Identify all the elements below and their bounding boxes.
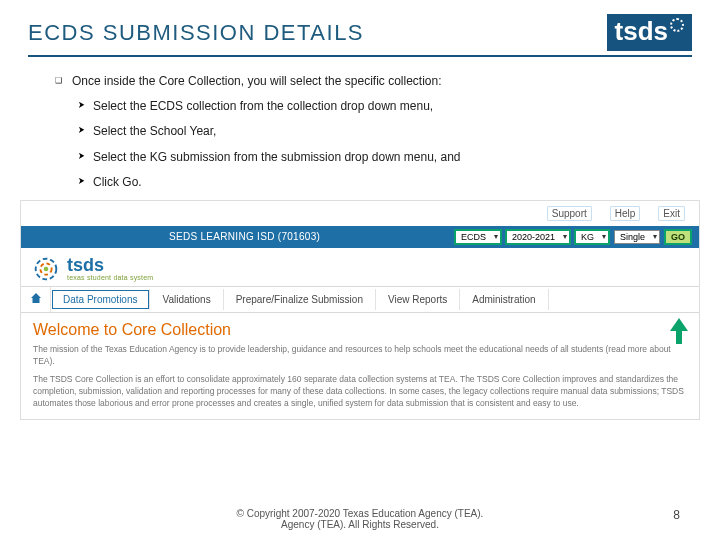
welcome-para-2: The TSDS Core Collection is an effort to… [33,374,687,410]
page-title: ECDS SUBMISSION DETAILS [28,20,364,46]
title-bar: ECDS SUBMISSION DETAILS tsds [0,0,720,63]
copyright-line-1: © Copyright 2007-2020 Texas Education Ag… [0,508,720,519]
steps-list: Select the ECDS collection from the coll… [55,98,665,190]
year-select[interactable]: 2020-2021 [506,230,570,244]
go-button[interactable]: GO [665,230,691,244]
tab-prepare[interactable]: Prepare/Finalize Submission [224,289,376,310]
tab-data-promotions[interactable]: Data Promotions [51,289,150,310]
exit-link[interactable]: Exit [658,206,685,221]
copyright-line-2: Agency (TEA). All Rights Reserved. [0,519,720,530]
tab-reports[interactable]: View Reports [376,289,460,310]
bullet-icon: ❑ [55,76,62,89]
app-screenshot: Support Help Exit SEDS LEARNING ISD (701… [20,200,700,420]
intro-text: Once inside the Core Collection, you wil… [72,73,442,89]
step-item: Select the KG submission from the submis… [77,149,665,165]
tab-validations[interactable]: Validations [150,289,223,310]
mode-select[interactable]: Single [614,230,660,244]
app-brand-sub: texas student data system [67,274,153,281]
svg-point-2 [44,267,49,272]
page-number: 8 [673,508,680,522]
tsds-swirl-icon [31,254,61,284]
app-body: Welcome to Core Collection The mission o… [21,313,699,419]
app-brand-main: tsds [67,256,153,274]
app-utility-links: Support Help Exit [21,201,699,226]
title-underline [28,55,692,57]
tsds-logo: tsds [607,14,692,51]
step-item: Select the School Year, [77,123,665,139]
app-filter-bar: SEDS LEARNING ISD (701603) ECDS 2020-202… [21,226,699,248]
help-link[interactable]: Help [610,206,641,221]
step-item: Click Go. [77,174,665,190]
collection-select[interactable]: ECDS [455,230,501,244]
app-logo-row: tsds texas student data system [21,248,699,286]
home-tab[interactable] [21,287,51,312]
welcome-heading: Welcome to Core Collection [33,321,687,339]
submission-select[interactable]: KG [575,230,609,244]
district-label: SEDS LEARNING ISD (701603) [29,231,320,242]
footer: © Copyright 2007-2020 Texas Education Ag… [0,508,720,530]
tab-admin[interactable]: Administration [460,289,548,310]
app-tabbar: Data Promotions Validations Prepare/Fina… [21,286,699,313]
content-area: ❑ Once inside the Core Collection, you w… [0,63,720,190]
highlight-arrow-stem [676,330,682,344]
support-link[interactable]: Support [547,206,592,221]
step-item: Select the ECDS collection from the coll… [77,98,665,114]
welcome-para-1: The mission of the Texas Education Agenc… [33,344,687,368]
home-icon [30,292,42,304]
